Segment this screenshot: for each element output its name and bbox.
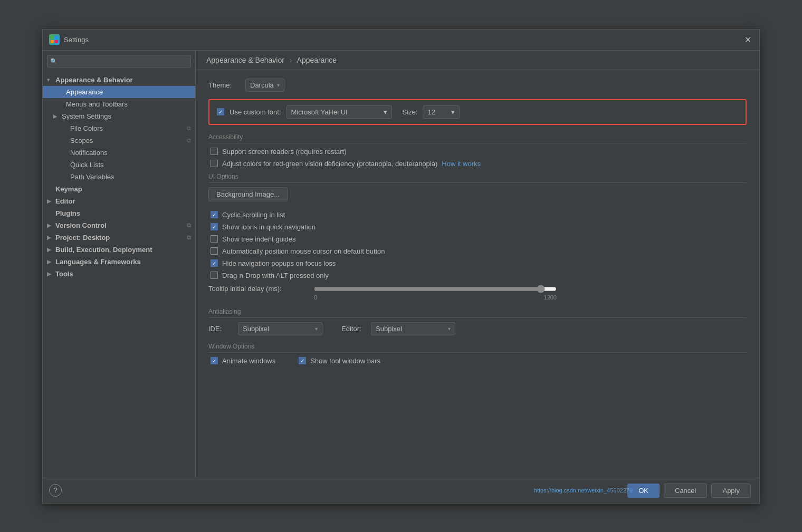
screen-readers-checkbox[interactable] — [211, 148, 218, 155]
help-button[interactable]: ? — [49, 484, 62, 497]
title-bar: Settings ✕ — [43, 30, 759, 51]
sidebar-item-plugins[interactable]: Plugins — [43, 207, 195, 219]
theme-row: Theme: Darcula ▾ — [208, 79, 747, 92]
cyclic-scroll-checkbox[interactable] — [211, 211, 218, 218]
tooltip-slider-section: Tooltip initial delay (ms): 0 1200 — [208, 285, 747, 301]
show-tool-bars-row: Show tool window bars — [297, 357, 380, 365]
dropdown-arrow: ▾ — [277, 82, 280, 88]
sidebar-tree: ▾ Appearance & Behavior Appearance Menus… — [43, 72, 195, 478]
hide-nav-checkbox[interactable] — [211, 259, 218, 267]
drag-drop-row: Drag-n-Drop with ALT pressed only — [208, 272, 747, 279]
sidebar-item-label: Path Variables — [70, 173, 114, 181]
how-it-works-link[interactable]: How it works — [442, 160, 481, 168]
main-content: Appearance & Behavior › Appearance Theme… — [196, 51, 759, 478]
ide-dropdown-arrow: ▾ — [315, 326, 318, 332]
auto-cursor-label: Automatically position mouse cursor on d… — [222, 247, 385, 255]
app-icon — [49, 34, 60, 45]
slider-max: 1200 — [544, 294, 557, 301]
apply-button[interactable]: Apply — [711, 483, 751, 498]
sidebar-item-label: Version Control — [55, 221, 107, 229]
sidebar-item-keymap[interactable]: Keymap — [43, 183, 195, 195]
sidebar-item-notifications[interactable]: Notifications — [43, 147, 195, 159]
tree-arrow: ▶ — [47, 198, 53, 204]
copy-icon: ⧉ — [187, 234, 191, 241]
slider-min: 0 — [314, 294, 317, 301]
auto-cursor-checkbox[interactable] — [211, 247, 218, 255]
sidebar-item-file-colors[interactable]: File Colors ⧉ — [43, 122, 195, 134]
bg-image-button[interactable]: Background Image... — [208, 187, 288, 201]
animate-windows-checkbox[interactable] — [211, 357, 218, 364]
sidebar-item-label: System Settings — [62, 112, 111, 120]
cancel-button[interactable]: Cancel — [664, 483, 707, 498]
ide-antialias-dropdown[interactable]: Subpixel ▾ — [238, 322, 322, 335]
sidebar-item-label: File Colors — [70, 124, 103, 132]
show-tree-checkbox[interactable] — [211, 235, 218, 243]
window-options-row: Animate windows Show tool window bars — [208, 357, 747, 369]
sidebar-item-build-execution[interactable]: ▶ Build, Execution, Deployment — [43, 244, 195, 256]
sidebar-item-label: Project: Desktop — [55, 234, 110, 241]
sidebar-item-label: Languages & Frameworks — [55, 258, 141, 266]
sidebar-item-system-settings[interactable]: ▶ System Settings — [43, 110, 195, 122]
tooltip-slider[interactable] — [314, 285, 557, 293]
dialog-title: Settings — [64, 36, 89, 44]
font-dropdown-arrow: ▾ — [384, 108, 387, 116]
search-icon: 🔍 — [50, 57, 58, 64]
sidebar-item-languages-frameworks[interactable]: ▶ Languages & Frameworks — [43, 256, 195, 268]
sidebar-item-editor[interactable]: ▶ Editor — [43, 195, 195, 207]
custom-font-checkbox[interactable] — [217, 108, 224, 115]
tree-arrow: ▶ — [47, 223, 53, 228]
font-dropdown[interactable]: Microsoft YaHei UI ▾ — [287, 105, 392, 119]
show-icons-row: Show icons in quick navigation — [208, 223, 747, 231]
theme-label: Theme: — [208, 81, 240, 89]
tree-arrow: ▶ — [47, 247, 53, 253]
sidebar-item-label: Scopes — [70, 137, 93, 144]
settings-panel: Theme: Darcula ▾ Use custom font: Micros… — [196, 70, 759, 478]
sidebar-item-project-desktop[interactable]: ▶ Project: Desktop ⧉ — [43, 231, 195, 244]
slider-labels: 0 1200 — [314, 294, 557, 301]
sidebar-item-path-variables[interactable]: Path Variables — [43, 171, 195, 183]
color-blind-row: Adjust colors for red-green vision defic… — [208, 160, 747, 168]
antialias-section-label: Antialiasing — [208, 308, 747, 318]
drag-drop-label: Drag-n-Drop with ALT pressed only — [222, 272, 329, 279]
size-dropdown-arrow: ▾ — [451, 108, 455, 116]
screen-readers-label: Support screen readers (requires restart… — [222, 148, 347, 156]
search-input[interactable] — [47, 55, 191, 67]
color-blind-checkbox[interactable] — [211, 160, 218, 167]
theme-dropdown[interactable]: Darcula ▾ — [245, 79, 284, 92]
show-icons-label: Show icons in quick navigation — [222, 223, 316, 231]
show-tree-label: Show tree indent guides — [222, 235, 295, 243]
sidebar-item-version-control[interactable]: ▶ Version Control ⧉ — [43, 219, 195, 231]
size-label: Size: — [403, 108, 418, 116]
search-box: 🔍 — [47, 55, 191, 67]
tooltip-label: Tooltip initial delay (ms): — [208, 285, 309, 293]
breadcrumb-parent: Appearance & Behavior — [206, 56, 284, 64]
sidebar: 🔍 ▾ Appearance & Behavior Appearance Men… — [43, 51, 196, 478]
font-value: Microsoft YaHei UI — [291, 108, 348, 116]
svg-rect-1 — [55, 36, 58, 39]
sidebar-item-label: Build, Execution, Deployment — [55, 246, 152, 254]
auto-cursor-row: Automatically position mouse cursor on d… — [208, 247, 747, 255]
sidebar-item-quick-lists[interactable]: Quick Lists — [43, 159, 195, 171]
breadcrumb-sep: › — [290, 56, 292, 64]
sidebar-item-label: Notifications — [70, 149, 108, 157]
cyclic-scroll-label: Cyclic scrolling in list — [222, 211, 285, 219]
sidebar-item-tools[interactable]: ▶ Tools — [43, 268, 195, 280]
svg-rect-2 — [51, 40, 54, 43]
animate-windows-label: Animate windows — [222, 357, 275, 365]
sidebar-item-appearance-behavior[interactable]: ▾ Appearance & Behavior — [43, 74, 195, 86]
breadcrumb: Appearance & Behavior › Appearance — [196, 51, 759, 70]
drag-drop-checkbox[interactable] — [211, 272, 218, 279]
ide-antialias-value: Subpixel — [243, 325, 269, 333]
sidebar-item-scopes[interactable]: Scopes ⧉ — [43, 134, 195, 147]
editor-antialias-dropdown[interactable]: Subpixel ▾ — [371, 322, 455, 335]
size-dropdown[interactable]: 12 ▾ — [423, 105, 460, 119]
show-tool-bars-checkbox[interactable] — [299, 357, 306, 364]
settings-dialog: Settings ✕ 🔍 ▾ Appearance & Behavior App… — [42, 29, 760, 504]
close-button[interactable]: ✕ — [742, 34, 753, 45]
sidebar-item-menus-toolbars[interactable]: Menus and Toolbars — [43, 98, 195, 110]
sidebar-item-appearance[interactable]: Appearance — [43, 86, 195, 98]
show-icons-checkbox[interactable] — [211, 223, 218, 230]
tree-arrow: ▶ — [47, 235, 53, 240]
sidebar-item-label: Appearance — [66, 88, 103, 96]
slider-row: Tooltip initial delay (ms): — [208, 285, 747, 293]
